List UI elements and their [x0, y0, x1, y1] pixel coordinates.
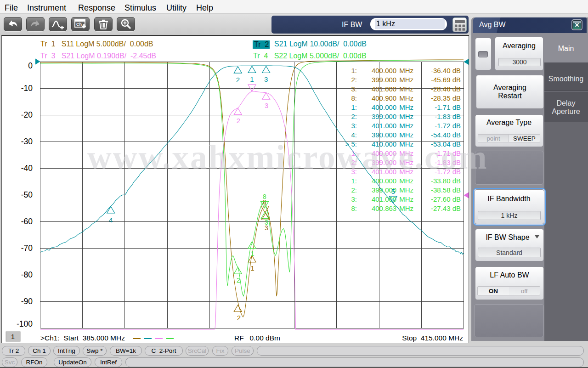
svg-text:4: 4	[109, 216, 113, 224]
svg-text:400.900 MHz: 400.900 MHz	[372, 94, 413, 102]
svg-text:1:: 1:	[351, 67, 357, 74]
svg-text:-30: -30	[21, 137, 33, 146]
svg-text:8:: 8:	[351, 204, 357, 212]
svg-text:-100: -100	[17, 319, 33, 328]
svg-text:-10: -10	[21, 84, 33, 93]
svg-text:-33.80 dB: -33.80 dB	[431, 177, 461, 185]
svg-text:400.863 MHz: 400.863 MHz	[372, 204, 413, 212]
svg-text:400.000 MHz: 400.000 MHz	[372, 177, 413, 185]
svg-text:2: 2	[236, 76, 240, 84]
svg-text:RF 0.00 dBm: RF 0.00 dBm	[234, 334, 280, 342]
svg-text:-1.83 dB: -1.83 dB	[435, 159, 461, 166]
svg-text:2:: 2:	[351, 159, 357, 166]
svg-text:400.000 MHz: 400.000 MHz	[372, 149, 413, 157]
svg-text:-1.71 dB: -1.71 dB	[435, 103, 461, 111]
svg-text:399.000 MHz: 399.000 MHz	[372, 159, 413, 166]
svg-text:4:: 4:	[351, 131, 357, 139]
svg-text:8:: 8:	[351, 94, 357, 102]
svg-text:Tr 3 S21 LogM 0.190dB/ -2.: Tr 3 S21 LogM 0.190dB/ -2.45dB	[40, 52, 156, 60]
svg-text:2: 2	[237, 117, 240, 125]
svg-text:1: 1	[250, 75, 254, 83]
svg-text:0: 0	[28, 61, 33, 70]
svg-text:390.000 MHz: 390.000 MHz	[372, 131, 413, 139]
svg-text:-27.43 dB: -27.43 dB	[431, 204, 461, 212]
svg-text:-80: -80	[21, 270, 33, 279]
svg-text:3: 3	[265, 224, 268, 232]
svg-text:3:: 3:	[351, 85, 357, 93]
svg-text:400.000 MHz: 400.000 MHz	[372, 103, 413, 111]
svg-text:-1.71 dB: -1.71 dB	[435, 149, 461, 157]
svg-text:-90: -90	[21, 297, 33, 306]
svg-text:Ch: Ch	[76, 22, 82, 27]
svg-text:3:: 3:	[351, 195, 357, 203]
svg-text:-27.60 dB: -27.60 dB	[431, 195, 461, 203]
svg-text:401.000 MHz: 401.000 MHz	[372, 85, 413, 93]
svg-text:401.000 MHz: 401.000 MHz	[372, 168, 413, 176]
svg-text:5: 5	[391, 187, 395, 195]
svg-text:3:: 3:	[351, 122, 357, 130]
svg-text:Tr 4 S22 LogM 5.000dB/ 0.0: Tr 4 S22 LogM 5.000dB/ 0.00dB	[253, 52, 367, 60]
svg-text:Stop 415.000 MHz: Stop 415.000 MHz	[402, 334, 463, 342]
svg-text:-45.69 dB: -45.69 dB	[431, 76, 461, 84]
svg-text:2:: 2:	[351, 76, 357, 84]
svg-text:-1.83 dB: -1.83 dB	[435, 113, 461, 120]
svg-text:-38.58 dB: -38.58 dB	[431, 186, 461, 194]
svg-text:S21 LogM 10.00dB/ 0.00dB: S21 LogM 10.00dB/ 0.00dB	[274, 40, 367, 48]
svg-text:-70: -70	[21, 243, 33, 253]
svg-text:-40: -40	[21, 164, 33, 173]
svg-text:399.000 MHz: 399.000 MHz	[372, 76, 413, 84]
svg-text:2: 2	[237, 314, 241, 322]
svg-text:>Ch1: Start 385.000 MHz: >Ch1: Start 385.000 MHz	[40, 334, 125, 342]
svg-text:400.000 MHz: 400.000 MHz	[372, 67, 413, 74]
svg-text:3: 3	[264, 75, 268, 83]
svg-text:3:: 3:	[351, 168, 357, 176]
svg-text:Tr 1 S11 LogM 5.000dB/ 0.0: Tr 1 S11 LogM 5.000dB/ 0.00dB	[40, 40, 153, 48]
svg-text:-28.35 dB: -28.35 dB	[431, 94, 461, 102]
svg-text:-20: -20	[21, 110, 33, 119]
svg-text:1:: 1:	[351, 103, 357, 111]
svg-text:-1.72 dB: -1.72 dB	[435, 168, 461, 176]
svg-text:2:: 2:	[351, 113, 357, 120]
svg-text:401.000 MHz: 401.000 MHz	[372, 122, 413, 130]
svg-text:-60: -60	[21, 217, 33, 226]
svg-text:-28.46 dB: -28.46 dB	[431, 85, 461, 93]
svg-text:1: 1	[250, 264, 254, 272]
svg-text:1:: 1:	[351, 177, 357, 185]
svg-text:-54.40 dB: -54.40 dB	[431, 131, 461, 139]
svg-text:8: 8	[263, 198, 266, 206]
svg-text:3: 3	[265, 102, 268, 109]
svg-text:2: 2	[237, 276, 240, 284]
svg-text:-53.04 dB: -53.04 dB	[431, 140, 461, 148]
svg-text:-36.40 dB: -36.40 dB	[431, 67, 461, 74]
svg-text:2:: 2:	[351, 186, 357, 194]
svg-text:399.000 MHz: 399.000 MHz	[372, 113, 413, 120]
svg-text:410.000 MHz: 410.000 MHz	[372, 140, 413, 148]
svg-text:1: 1	[11, 333, 15, 340]
svg-text:-1.72 dB: -1.72 dB	[435, 122, 461, 130]
svg-text:-50: -50	[21, 190, 33, 199]
svg-text:1: 1	[250, 249, 254, 257]
svg-text:Tr 2: Tr 2	[254, 40, 269, 48]
